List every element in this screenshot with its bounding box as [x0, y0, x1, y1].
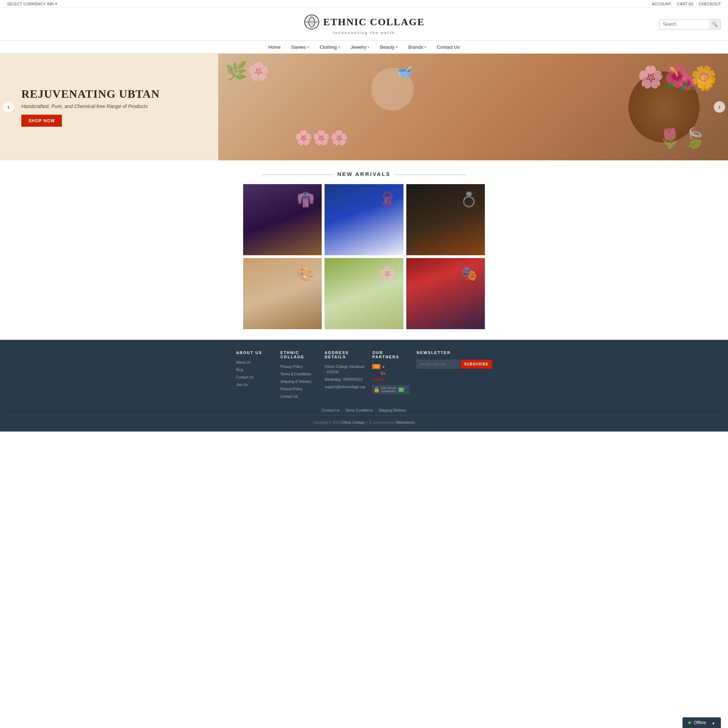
- footer-about: ABOUT US About Us Blog Contact Us Join U…: [236, 350, 273, 401]
- partners-icons: CC ▲ Fed Ex aramex 🔒 SSL SecureConnectio…: [372, 364, 410, 394]
- footer-bottom: Copyright © 2018 Ethnic Collage | E-comm…: [7, 415, 721, 424]
- product-grid: INDO WESTERN AFFAIR Label Rishmaan 👘 IKA…: [236, 184, 492, 329]
- search-input[interactable]: [659, 20, 709, 29]
- search-button[interactable]: 🔍: [709, 20, 720, 29]
- footer-address-heading: ADDRESS DETAILS: [324, 350, 365, 359]
- footer-address-text: Ethnic Collage, Karaikudi - 630106.: [324, 364, 365, 375]
- brand-link[interactable]: Ethnic Collage: [342, 421, 364, 424]
- footer-about-link-3[interactable]: Join Us: [236, 382, 273, 387]
- hero-slider: ‹ 🌿🌸 🌺🌼 🌷🍃 🥣 🌸🌸🌸 REJUVENATING UBTAN Hand…: [0, 54, 728, 160]
- logo-icon: [303, 14, 320, 31]
- footer: ABOUT US About Us Blog Contact Us Join U…: [0, 340, 728, 431]
- nav-brands[interactable]: Brands ▾: [408, 44, 426, 50]
- new-arrivals-section: NEW ARRIVALS INDO WESTERN AFFAIR Label R…: [0, 171, 728, 329]
- newsletter-form: SUBSCRIBE: [417, 360, 492, 369]
- partner-fedex: Fed Ex: [372, 371, 410, 375]
- currency-label: SELECT CURRENCY: [7, 2, 46, 6]
- sarees-dropdown-arrow: ▾: [307, 45, 309, 49]
- footer-partners-heading: OUR PARTNERS: [372, 350, 410, 359]
- product-card-3[interactable]: ART OF MADHUBANI Arts of India 🎨: [243, 258, 322, 329]
- hero-background: 🌿🌸 🌺🌼 🌷🍃 🥣 🌸🌸🌸: [218, 54, 728, 160]
- footer-ethnic-link-2[interactable]: Shipping & Delivery: [280, 379, 318, 384]
- footer-link-shipping[interactable]: Shipping Delivery: [378, 408, 406, 412]
- ecommerce-label: E-commerce by: [369, 421, 394, 424]
- new-arrivals-title: NEW ARRIVALS: [0, 171, 728, 177]
- logo-text: ETHNIC COLLAGE: [323, 16, 425, 28]
- logo-tagline: reconnecting the earth: [333, 31, 395, 35]
- main-nav: Home Sarees ▾ Clothing ▾ Jewelry ▾ Beaut…: [0, 41, 728, 54]
- jewelry-dropdown-arrow: ▾: [367, 45, 369, 49]
- nav-beauty[interactable]: Beauty ▾: [380, 44, 398, 50]
- clothing-dropdown-arrow: ▾: [338, 45, 340, 49]
- ecommerce-brand-link[interactable]: Yellowstorm.: [395, 421, 415, 424]
- product-card-1[interactable]: IKAT LOVE Mitrabinda 🧣: [324, 184, 403, 255]
- nav-contact[interactable]: Contact Us: [437, 44, 460, 50]
- footer-about-heading: ABOUT US: [236, 350, 273, 355]
- footer-partners: OUR PARTNERS CC ▲ Fed Ex aramex 🔒 SSL Se…: [372, 350, 410, 401]
- currency-arrow: ▾: [55, 2, 57, 6]
- header: ETHNIC COLLAGE reconnecting the earth 🔍: [0, 8, 728, 41]
- newsletter-email-input[interactable]: [417, 360, 459, 369]
- copyright-text: Copyright © 2018: [313, 421, 341, 424]
- partner-aramex: aramex: [372, 378, 410, 381]
- footer-address: ADDRESS DETAILS Ethnic Collage, Karaikud…: [324, 350, 365, 401]
- nav-clothing[interactable]: Clothing ▾: [320, 44, 340, 50]
- footer-about-link-0[interactable]: About Us: [236, 360, 273, 365]
- footer-newsletter-heading: NEWSLETTER: [417, 350, 492, 355]
- footer-whatsapp: WhatsApp: 9995055511: [324, 377, 365, 382]
- hero-title: REJUVENATING UBTAN: [21, 87, 160, 101]
- account-link[interactable]: ACCOUNT: [652, 2, 671, 6]
- nav-sarees[interactable]: Sarees ▾: [291, 44, 309, 50]
- footer-ethnic-link-1[interactable]: Terms & Conditions: [280, 372, 318, 377]
- footer-grid: ABOUT US About Us Blog Contact Us Join U…: [236, 350, 492, 401]
- nav-jewelry[interactable]: Jewelry ▾: [350, 44, 369, 50]
- logo[interactable]: ETHNIC COLLAGE reconnecting the earth: [303, 14, 425, 35]
- footer-links-row: Contact Us Terms Conditions Shipping Del…: [7, 408, 721, 412]
- footer-link-contact[interactable]: Contact Us: [322, 408, 340, 412]
- top-bar-links: ACCOUNT CART (0) CHECKOUT: [652, 2, 721, 6]
- shop-now-button[interactable]: SHOP NOW: [21, 115, 62, 127]
- search-box[interactable]: 🔍: [659, 19, 721, 29]
- footer-link-terms[interactable]: Terms Conditions: [345, 408, 373, 412]
- footer-ethnic-link-4[interactable]: Contact Us: [280, 394, 318, 399]
- brands-dropdown-arrow: ▾: [424, 45, 426, 49]
- footer-ethnic-heading: ETHNIC COLLAGE: [280, 350, 318, 359]
- ssl-badge: 🔒 SSL SecureConnection ✓: [372, 385, 410, 394]
- footer-ethnic-link-3[interactable]: Refund Policy: [280, 386, 318, 392]
- newsletter-subscribe-button[interactable]: SUBSCRIBE: [461, 360, 492, 369]
- currency-selector[interactable]: SELECT CURRENCY INR ▾: [7, 2, 57, 6]
- partner-cc: CC ▲: [372, 364, 410, 369]
- cart-link[interactable]: CART (0): [677, 2, 693, 6]
- product-card-0[interactable]: INDO WESTERN AFFAIR Label Rishmaan 👘: [243, 184, 322, 255]
- checkout-link[interactable]: CHECKOUT: [699, 2, 721, 6]
- footer-email: support@ethnicollage.org: [324, 384, 365, 390]
- product-card-2[interactable]: PICHWAI JEWELRY Pratham 💍: [406, 184, 485, 255]
- nav-home[interactable]: Home: [268, 44, 281, 50]
- footer-ethnic: ETHNIC COLLAGE Privacy Policy Terms & Co…: [280, 350, 318, 401]
- hero-subtitle: Handcrafted, Pure, and Chemical-free Ran…: [21, 104, 160, 109]
- footer-about-link-2[interactable]: Contact Us: [236, 375, 273, 380]
- currency-value: INR: [47, 2, 54, 6]
- footer-ethnic-link-0[interactable]: Privacy Policy: [280, 364, 318, 369]
- top-bar: SELECT CURRENCY INR ▾ ACCOUNT CART (0) C…: [0, 0, 728, 8]
- hero-content: REJUVENATING UBTAN Handcrafted, Pure, an…: [21, 87, 160, 127]
- footer-about-link-1[interactable]: Blog: [236, 367, 273, 373]
- footer-newsletter: NEWSLETTER SUBSCRIBE: [417, 350, 492, 401]
- beauty-dropdown-arrow: ▾: [396, 45, 398, 49]
- product-card-5[interactable]: PICHWAI ART Pratham - The Saree Courtyar…: [406, 258, 485, 329]
- slider-prev-button[interactable]: ‹: [3, 101, 14, 113]
- slider-next-button[interactable]: ›: [714, 101, 725, 113]
- product-card-4[interactable]: SPRING FLOWERS Gul Banu Medhya 🌸: [324, 258, 403, 329]
